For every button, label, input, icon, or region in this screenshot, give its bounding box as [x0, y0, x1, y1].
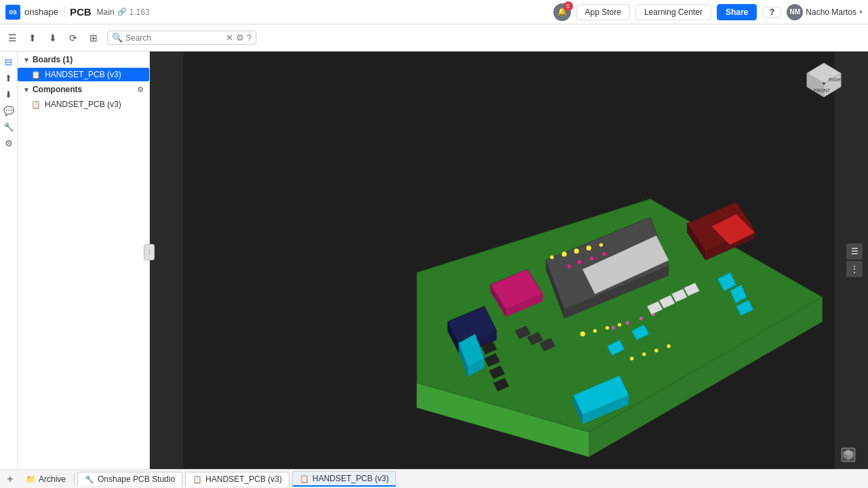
view-options-button[interactable] — [841, 447, 856, 462]
tab-pcb-studio-label: Onshape PCB Studio — [98, 474, 175, 484]
svg-text:RIGHT: RIGHT — [829, 77, 844, 82]
svg-point-45 — [626, 321, 629, 325]
search-submit-button[interactable]: 🔍 — [112, 33, 123, 43]
version-badge: 1.163 — [130, 7, 150, 17]
svg-point-27 — [561, 251, 566, 256]
right-toolbar-grid-button[interactable]: ⋮ — [846, 261, 863, 277]
share-button[interactable]: Share — [717, 4, 757, 20]
branch-area: Main 🔗 1.163 — [97, 7, 150, 17]
boards-chevron[interactable]: ▼ — [23, 56, 30, 64]
upload-button[interactable]: ⬆ — [23, 28, 42, 47]
tab-pcb-studio-icon: 🔧 — [85, 475, 94, 484]
sidebar-item-settings[interactable]: ⚙ — [1, 136, 16, 150]
svg-point-34 — [606, 326, 609, 329]
tab-handset-2-icon: 📋 — [300, 474, 309, 483]
archive-icon: 📁 — [26, 474, 36, 484]
svg-text:FRONT: FRONT — [814, 88, 831, 93]
tab-handset-2-label: HANDSET_PCB (v3) — [313, 474, 389, 483]
components-config-icon[interactable]: ⚙ — [137, 85, 144, 94]
app-store-button[interactable]: App Store — [576, 4, 630, 20]
sidebar-item-download[interactable]: ⬇ — [1, 87, 16, 102]
boards-section-header: ▼ Boards (1) — [18, 52, 149, 68]
file-name: PCB — [70, 6, 92, 18]
sidebar-item-comment[interactable]: 💬 — [1, 103, 16, 118]
svg-point-29 — [587, 245, 591, 250]
component-item-handset-pcb[interactable]: 📋 HANDSET_PCB (v3) — [18, 98, 149, 111]
svg-point-28 — [574, 249, 579, 253]
search-settings-button[interactable]: ⚙ — [236, 33, 244, 43]
search-input[interactable] — [125, 33, 223, 43]
onshape-logo: os — [5, 5, 20, 20]
link-icon: 🔗 — [117, 7, 127, 16]
tab-onshape-pcb-studio[interactable]: 🔧 Onshape PCB Studio — [77, 472, 182, 486]
notification-badge: 5 — [564, 1, 573, 11]
user-avatar: NM — [787, 4, 803, 20]
svg-point-31 — [550, 256, 553, 259]
svg-point-32 — [580, 331, 585, 336]
grid-button[interactable]: ⊞ — [84, 28, 103, 47]
svg-point-36 — [630, 357, 633, 360]
board-item-label: HANDSET_PCB (v3) — [45, 70, 121, 79]
svg-point-37 — [642, 352, 646, 356]
pcb-canvas — [150, 52, 868, 469]
user-area[interactable]: NM Nacho Martos ▾ — [787, 4, 863, 20]
branch-name: Main — [97, 7, 115, 17]
tab-handset-1-icon: 📋 — [193, 475, 202, 484]
brand-name: onshape — [24, 7, 58, 17]
sidebar-item-tools[interactable]: 🔧 — [1, 119, 16, 134]
component-item-icon: 📋 — [31, 100, 41, 109]
logo-area: os onshape — [5, 5, 58, 20]
svg-point-33 — [593, 329, 597, 332]
tab-handset-pcb-1[interactable]: 📋 HANDSET_PCB (v3) — [185, 472, 290, 486]
components-chevron[interactable]: ▼ — [23, 86, 30, 94]
svg-point-35 — [618, 323, 621, 326]
component-item-label: HANDSET_PCB (v3) — [45, 100, 121, 109]
right-mini-toolbar: ☰ ⋮ — [846, 243, 863, 277]
chevron-down-icon: ▾ — [859, 8, 863, 16]
board-item-icon: 📋 — [31, 70, 41, 79]
archive-button[interactable]: 📁 Archive — [20, 473, 71, 485]
refresh-button[interactable]: ⟳ — [64, 28, 83, 47]
svg-point-43 — [602, 252, 606, 256]
sidebar-item-upload[interactable]: ⬆ — [1, 70, 16, 85]
svg-point-39 — [667, 344, 670, 348]
svg-point-42 — [590, 257, 593, 260]
archive-label: Archive — [39, 474, 66, 484]
add-tab-button[interactable]: + — [3, 472, 18, 487]
svg-point-68 — [823, 82, 825, 85]
svg-point-46 — [639, 317, 643, 320]
tab-handset-pcb-2[interactable]: 📋 HANDSET_PCB (v3) — [292, 471, 397, 487]
search-help-button[interactable]: ? — [247, 33, 252, 43]
right-toolbar-list-button[interactable]: ☰ — [846, 243, 863, 260]
board-item-handset-pcb[interactable]: 📋 HANDSET_PCB (v3) — [18, 68, 149, 81]
svg-point-40 — [568, 264, 571, 268]
hamburger-menu-button[interactable]: ☰ — [3, 28, 22, 47]
learning-center-button[interactable]: Learning Center — [635, 4, 711, 20]
notification-area[interactable]: 🔔 5 — [553, 3, 571, 21]
view-cube[interactable]: FRONT RIGHT — [800, 60, 848, 107]
svg-point-38 — [654, 348, 658, 352]
search-clear-button[interactable]: ✕ — [226, 33, 233, 43]
sidebar-item-boards[interactable]: ⊟ — [1, 54, 16, 69]
components-label: Components — [33, 85, 82, 94]
svg-point-44 — [612, 326, 615, 329]
panel-resize-handle[interactable]: ⋮ — [144, 244, 155, 260]
user-name: Nacho Martos — [806, 7, 856, 17]
svg-point-30 — [599, 243, 603, 247]
svg-point-41 — [578, 260, 581, 264]
components-section-header: ▼ Components ⚙ — [18, 81, 149, 98]
download-button[interactable]: ⬇ — [43, 28, 62, 47]
boards-label: Boards (1) — [33, 55, 73, 64]
search-bar: 🔍 ✕ ⚙ ? — [107, 30, 256, 45]
tab-handset-1-label: HANDSET_PCB (v3) — [205, 474, 282, 484]
help-button[interactable]: ? — [762, 7, 781, 18]
